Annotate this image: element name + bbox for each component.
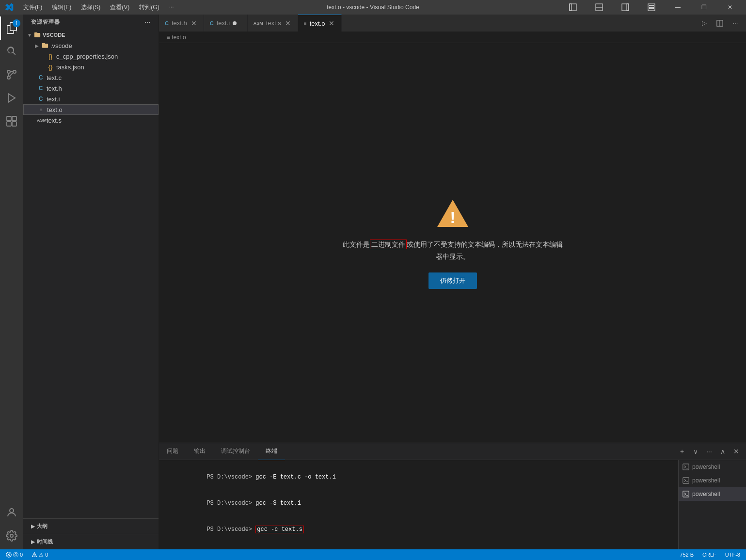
activity-explorer[interactable]: 1 xyxy=(0,16,23,40)
tree-item-text-h[interactable]: C text.h xyxy=(23,83,159,94)
tab-text-i[interactable]: C text.i xyxy=(204,15,248,32)
tree-item-c-cpp-props[interactable]: {} c_cpp_properties.json xyxy=(23,51,159,62)
terminal-close-btn[interactable]: ✕ xyxy=(730,446,742,457)
activity-account[interactable] xyxy=(0,501,23,524)
status-encoding[interactable]: UTF-8 xyxy=(723,549,742,560)
svg-line-31 xyxy=(684,479,686,480)
menu-goto[interactable]: 转到(G) xyxy=(135,2,163,13)
svg-point-43 xyxy=(34,556,35,556)
menu-select[interactable]: 选择(S) xyxy=(77,2,104,13)
tab-h-close[interactable]: ✕ xyxy=(190,19,198,27)
warning-highlight: 二进制文件 xyxy=(370,240,407,249)
error-icon xyxy=(6,552,12,558)
explorer-badge: 1 xyxy=(13,19,20,27)
sidebar-more-btn[interactable]: ··· xyxy=(145,19,151,25)
tab-text-o[interactable]: ≡ text.o ✕ xyxy=(298,15,342,32)
terminal-line-2: PS D:\vscode> gcc -S text.i xyxy=(165,490,672,516)
svg-text:!: ! xyxy=(450,208,455,226)
obj-file-icon: ≡ xyxy=(37,107,45,112)
toggle-panel-btn[interactable] xyxy=(640,0,663,15)
terminal-tab-terminal[interactable]: 终端 xyxy=(258,443,285,460)
terminal-cmd-3: gcc -c text.s xyxy=(255,526,304,533)
menu-edit[interactable]: 编辑(E) xyxy=(48,2,75,13)
activity-settings[interactable] xyxy=(0,524,23,547)
file-size-label: 752 B xyxy=(680,552,694,558)
status-line-ending[interactable]: CRLF xyxy=(700,549,718,560)
run-code-btn[interactable]: ▷ xyxy=(698,16,711,30)
activity-source-control[interactable] xyxy=(0,63,23,86)
tab-o-close[interactable]: ✕ xyxy=(328,19,335,27)
svg-rect-5 xyxy=(627,4,629,11)
sidebar-timeline-header[interactable]: ▶ 时间线 xyxy=(23,536,159,547)
terminal-powershell-3-label: powershell xyxy=(692,491,720,497)
minimize-button[interactable]: — xyxy=(667,0,689,15)
terminal-maximize-btn[interactable]: ∧ xyxy=(717,446,729,457)
terminal-tab-output[interactable]: 输出 xyxy=(186,443,213,460)
svg-marker-15 xyxy=(8,94,15,102)
activity-run[interactable] xyxy=(0,86,23,110)
sidebar-timeline-section: ▶ 时间线 xyxy=(23,534,159,549)
tree-item-tasks[interactable]: {} tasks.json xyxy=(23,62,159,72)
tree-texto-label: text.o xyxy=(47,106,63,113)
activity-search[interactable] xyxy=(0,40,23,63)
menu-more[interactable]: ··· xyxy=(165,2,178,13)
tree-item-text-i[interactable]: C text.i xyxy=(23,94,159,104)
status-file-size[interactable]: 752 B xyxy=(678,549,696,560)
titlebar-menu: 文件(F) 编辑(E) 选择(S) 查看(V) 转到(G) ··· xyxy=(19,2,178,13)
menu-view[interactable]: 查看(V) xyxy=(106,2,133,13)
folder-icon xyxy=(34,32,41,38)
tab-text-h[interactable]: C text.h ✕ xyxy=(159,15,204,32)
activity-extensions[interactable] xyxy=(0,110,23,133)
terminal-icon-2 xyxy=(683,477,689,484)
tab-text-s[interactable]: ASM text.s ✕ xyxy=(248,15,298,32)
open-anyway-button[interactable]: 仍然打开 xyxy=(429,272,477,289)
status-right: 752 B CRLF UTF-8 xyxy=(678,549,742,560)
terminal-add-btn[interactable]: + xyxy=(676,446,688,457)
tree-item-text-s[interactable]: ASM text.s xyxy=(23,115,159,126)
toggle-secondary-sidebar-btn[interactable] xyxy=(614,0,636,15)
terminal-powershell-1[interactable]: powershell xyxy=(679,460,746,474)
terminal-powershell-3[interactable]: powershell xyxy=(679,487,746,501)
terminal-area: 问题 输出 调试控制台 终端 + ∨ ··· ∧ ✕ PS D:\vscode>… xyxy=(159,443,746,549)
terminal-tab-problems[interactable]: 问题 xyxy=(159,443,186,460)
editor-content: ! 此文件是二进制文件或使用了不受支持的文本编码，所以无法在文本编辑 器中显示。… xyxy=(159,43,746,443)
terminal-prompt-2: PS D:\vscode> xyxy=(206,500,255,507)
terminal-cmd-2: gcc -S text.i xyxy=(255,500,301,507)
terminal-content[interactable]: PS D:\vscode> gcc -E text.c -o text.i PS… xyxy=(159,460,678,549)
json-file-icon: {} xyxy=(47,53,54,60)
svg-line-27 xyxy=(684,465,686,467)
timeline-arrow-icon: ▶ xyxy=(31,539,35,544)
terminal-powershell-2[interactable]: powershell xyxy=(679,474,746,487)
tree-item-text-c[interactable]: C text.c xyxy=(23,72,159,83)
tab-h-label: text.h xyxy=(172,19,187,27)
h-file-icon: C xyxy=(37,85,45,92)
split-editor-btn[interactable] xyxy=(713,16,727,30)
close-button[interactable]: ✕ xyxy=(719,0,741,15)
restore-button[interactable]: ❐ xyxy=(693,0,715,15)
toggle-primary-sidebar-btn[interactable] xyxy=(562,0,584,15)
svg-point-10 xyxy=(13,70,16,73)
tree-item-vscode-folder[interactable]: ▶ .vscode xyxy=(23,40,159,51)
toggle-layout-btn[interactable] xyxy=(588,0,610,15)
terminal-more-btn[interactable]: ··· xyxy=(703,446,715,457)
status-errors[interactable]: ⓪ 0 xyxy=(4,549,25,560)
more-actions-btn[interactable]: ··· xyxy=(729,16,742,30)
terminal-tab-debug[interactable]: 调试控制台 xyxy=(213,443,258,460)
warning-icon xyxy=(32,552,37,558)
tab-s-close[interactable]: ✕ xyxy=(284,19,292,27)
warning-text: 此文件是二进制文件或使用了不受支持的文本编码，所以无法在文本编辑 器中显示。 xyxy=(343,239,563,263)
sidebar-outline-header[interactable]: ▶ 大纲 xyxy=(23,521,159,532)
sidebar-header: 资源管理器 ··· xyxy=(23,15,159,30)
tree-tasks-label: tasks.json xyxy=(56,64,84,71)
svg-line-36 xyxy=(684,494,686,496)
tree-item-text-o[interactable]: ≡ text.o xyxy=(23,104,159,115)
status-warnings[interactable]: ⚠ 0 xyxy=(30,549,50,560)
tabs-bar: C text.h ✕ C text.i ASM text.s ✕ ≡ text.… xyxy=(159,15,746,32)
menu-file[interactable]: 文件(F) xyxy=(19,2,46,13)
status-left: ⓪ 0 ⚠ 0 xyxy=(4,549,50,560)
terminal-down-btn[interactable]: ∨ xyxy=(690,446,701,457)
tree-item-vscode-root[interactable]: ▼ VSCODE xyxy=(23,30,159,40)
terminal-prompt-3: PS D:\vscode> xyxy=(206,526,255,533)
error-count: ⓪ 0 xyxy=(13,551,23,559)
tree-textc-label: text.c xyxy=(47,74,62,81)
